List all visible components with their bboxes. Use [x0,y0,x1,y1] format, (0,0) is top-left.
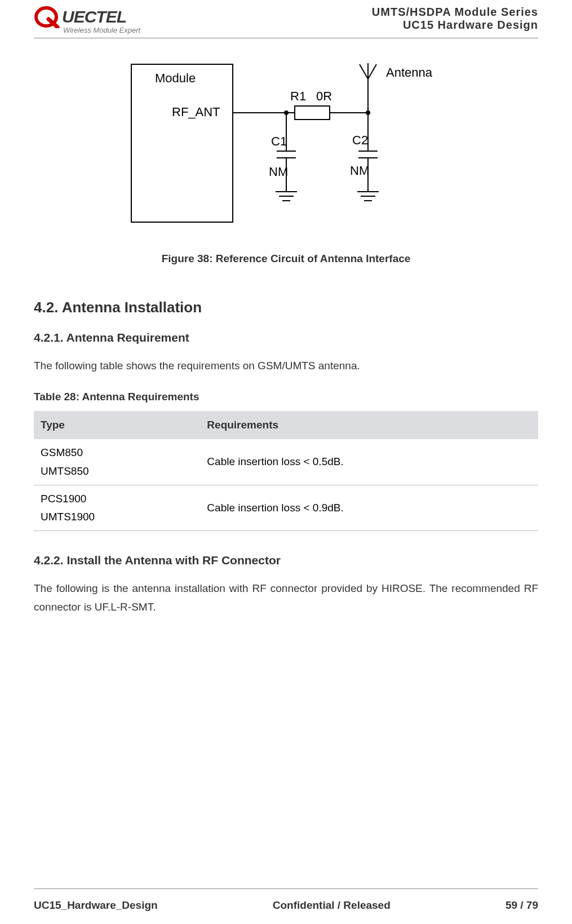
table-antenna-requirements: Type Requirements GSM850 UMTS850 Cable i… [34,411,538,531]
brand-text: UECTEL [62,7,126,26]
svg-line-9 [360,64,368,79]
footer-center: Confidential / Released [273,899,391,912]
cell-type: GSM850 UMTS850 [34,439,200,485]
doc-title-line1: UMTS/HSDPA Module Series [372,6,538,19]
brand-logo: UECTEL Wireless Module Expert [34,6,140,34]
footer-right: 59 / 79 [506,899,538,912]
doc-title-line2: UC15 Hardware Design [372,19,538,32]
label-rf-ant: RF_ANT [172,105,220,119]
figure-caption: Figure 38: Reference Circuit of Antenna … [162,253,411,265]
table-header-req: Requirements [200,411,538,439]
paragraph-req-intro: The following table shows the requiremen… [34,357,538,375]
label-antenna: Antenna [386,65,433,79]
heading-4-2-1: 4.2.1. Antenna Requirement [34,331,538,344]
heading-4-2-2: 4.2.2. Install the Antenna with RF Conne… [34,554,538,567]
svg-line-11 [368,64,376,79]
label-r1-val: 0R [316,89,332,103]
table-header-type: Type [34,411,200,439]
cell-type: PCS1900 UMTS1900 [34,485,200,531]
cell-req: Cable insertion loss < 0.5dB. [200,439,538,485]
label-c2: C2 [352,133,368,147]
svg-rect-4 [295,106,330,120]
brand-tagline: Wireless Module Expert [63,26,140,34]
doc-title-block: UMTS/HSDPA Module Series UC15 Hardware D… [372,6,538,32]
logo-q-icon [34,6,61,28]
svg-rect-1 [131,64,233,222]
page-header: UECTEL Wireless Module Expert UMTS/HSDPA… [34,0,538,38]
circuit-diagram: Module RF_ANT R1 0R Ant [120,61,453,236]
label-r1: R1 [290,89,306,103]
figure-38: Module RF_ANT R1 0R Ant [34,61,538,265]
label-nm2: NM [350,163,369,178]
table-row: PCS1900 UMTS1900 Cable insertion loss < … [34,485,538,531]
footer-left: UC15_Hardware_Design [34,899,158,912]
heading-4-2: 4.2. Antenna Installation [34,299,538,316]
label-nm1: NM [269,165,288,179]
table-28-caption: Table 28: Antenna Requirements [34,391,538,403]
paragraph-rf-connector: The following is the antenna installatio… [34,580,538,616]
label-module: Module [155,71,196,85]
page-footer: UC15_Hardware_Design Confidential / Rele… [34,888,538,924]
label-c1: C1 [271,134,287,148]
table-row: GSM850 UMTS850 Cable insertion loss < 0.… [34,439,538,485]
cell-req: Cable insertion loss < 0.9dB. [200,485,538,531]
